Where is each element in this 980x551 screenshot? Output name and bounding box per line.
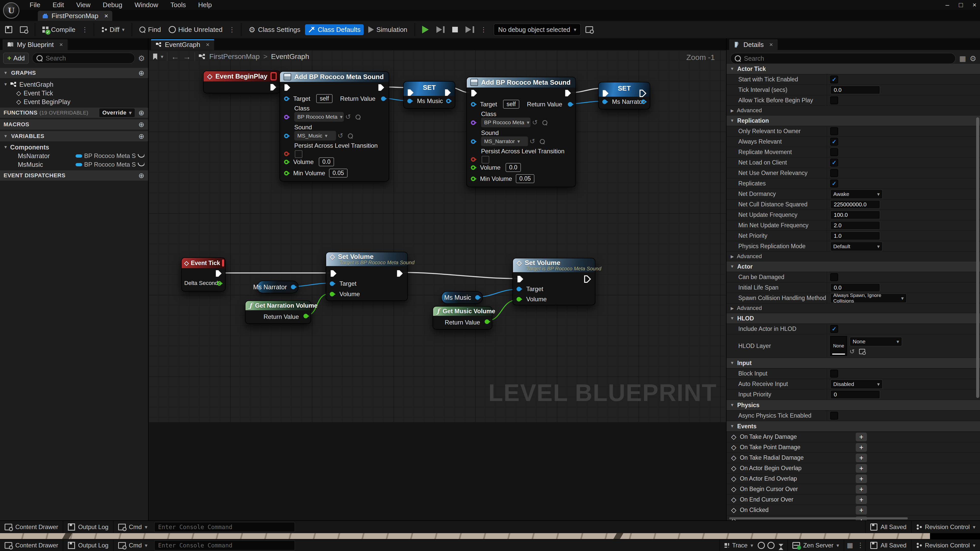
min-volume-pin[interactable]: [284, 171, 289, 176]
add-button[interactable]: + Add: [3, 52, 29, 64]
category-actor[interactable]: ▼Actor: [727, 262, 980, 272]
compile-options-icon[interactable]: ⋮: [80, 26, 89, 34]
minimize-button[interactable]: –: [945, 1, 949, 9]
frame-skip-button[interactable]: [433, 25, 448, 35]
eject-button[interactable]: [463, 25, 477, 35]
checkbox[interactable]: ✓: [830, 325, 838, 333]
category-input[interactable]: ▼Input: [727, 358, 980, 368]
target-value[interactable]: self: [503, 100, 519, 109]
graph-canvas[interactable]: ▾ ← → FirstPersonMap > EventGraph Zoom -…: [148, 50, 726, 422]
asset-tab-firstpersonmap[interactable]: FirstPersonMap ×: [38, 11, 112, 21]
browse-asset-icon[interactable]: [542, 120, 547, 125]
persist-pin[interactable]: [471, 157, 476, 162]
use-selected-icon[interactable]: ↺: [850, 348, 855, 355]
add-event-button[interactable]: +: [856, 454, 867, 462]
menu-tools[interactable]: Tools: [165, 0, 191, 10]
class-dropdown[interactable]: BP Rococo Meta▾: [294, 112, 344, 122]
exec-in-pin[interactable]: [283, 83, 292, 92]
tree-item-eventgraph[interactable]: ▼ EventGraph: [0, 80, 148, 89]
value-out-pin[interactable]: [291, 285, 296, 289]
revision-control-dropdown[interactable]: Revision Control▾: [912, 540, 980, 551]
exec-out-pin[interactable]: [638, 89, 647, 98]
target-value[interactable]: self: [316, 94, 332, 103]
exec-in-pin[interactable]: [516, 275, 525, 283]
checkbox[interactable]: [830, 273, 838, 281]
tab-details[interactable]: Details ×: [729, 39, 778, 50]
event-dispatchers-header[interactable]: EVENT DISPATCHERS ⊕: [0, 170, 148, 181]
tab-close-icon[interactable]: ×: [59, 41, 63, 48]
override-dropdown[interactable]: Override▾: [99, 108, 135, 118]
node-event-beginplay[interactable]: ◇ Event BeginPlay: [203, 71, 281, 94]
my-blueprint-search-input[interactable]: Search: [32, 52, 135, 64]
variables-header[interactable]: ▼ VARIABLES ⊕: [0, 131, 148, 141]
output-log-button[interactable]: Output Log: [63, 521, 113, 533]
min-volume-pin[interactable]: [471, 176, 476, 181]
tree-item-event-beginplay[interactable]: ◇Event BeginPlay: [0, 97, 148, 106]
sound-dropdown[interactable]: MS_Narrator▾: [481, 137, 528, 146]
exec-out-pin[interactable]: [377, 83, 386, 92]
class-pin[interactable]: [471, 121, 476, 125]
persist-pin[interactable]: [284, 151, 289, 156]
value-field[interactable]: 225000000.0: [830, 200, 880, 209]
exec-in-pin[interactable]: [406, 88, 415, 97]
browse-asset-icon[interactable]: [540, 139, 545, 144]
eye-closed-icon[interactable]: [138, 163, 145, 166]
value-field[interactable]: 0.0: [830, 283, 880, 292]
menu-file[interactable]: File: [24, 0, 45, 10]
browse-asset-icon[interactable]: [348, 133, 353, 138]
add-variable-icon[interactable]: ⊕: [138, 132, 145, 141]
exec-out-pin[interactable]: [444, 88, 452, 97]
return-value-pin[interactable]: [485, 319, 489, 324]
use-selected-icon[interactable]: ↺: [338, 132, 343, 140]
checkbox[interactable]: ✓: [830, 179, 838, 187]
checkbox[interactable]: [830, 97, 838, 104]
node-event-tick[interactable]: ◇ Event Tick Delta Seconds: [181, 257, 226, 292]
exec-in-pin[interactable]: [601, 89, 610, 98]
exec-out-pin[interactable]: [564, 89, 573, 97]
return-value-pin[interactable]: [381, 97, 386, 101]
category-actor-tick[interactable]: ▼Actor Tick: [727, 64, 980, 75]
tree-item-event-tick[interactable]: ◇Event Tick: [0, 89, 148, 97]
category-replication[interactable]: ▼Replication: [727, 116, 980, 126]
details-settings-gear-icon[interactable]: ⚙: [969, 54, 977, 63]
compile-button[interactable]: ✓ Compile: [39, 24, 78, 35]
category-events[interactable]: ▼Events: [727, 421, 980, 432]
node-add-bp-rococo-meta-sound-music[interactable]: Add BP Rococo Meta Sound Target self Ret…: [280, 71, 389, 182]
checkbox[interactable]: [830, 169, 838, 177]
content-drawer-button[interactable]: Content Drawer: [0, 521, 63, 533]
add-function-icon[interactable]: ⊕: [138, 109, 145, 117]
menu-window[interactable]: Window: [129, 0, 163, 10]
checkbox[interactable]: [830, 127, 838, 135]
hlod-layer-dropdown[interactable]: None▾: [850, 337, 902, 346]
simulation-button[interactable]: Simulation: [365, 24, 410, 35]
add-event-button[interactable]: +: [856, 475, 867, 483]
min-volume-value[interactable]: 0.05: [329, 168, 348, 178]
target-pin[interactable]: [330, 281, 334, 286]
exec-out-pin[interactable]: [269, 83, 278, 92]
menu-edit[interactable]: Edit: [48, 0, 69, 10]
exec-out-pin[interactable]: [583, 275, 592, 283]
tab-eventgraph[interactable]: EventGraph ×: [151, 39, 214, 50]
checkbox[interactable]: ✓: [830, 76, 838, 83]
tab-close-icon[interactable]: ×: [206, 41, 210, 48]
volume-value[interactable]: 0.0: [506, 163, 521, 172]
target-pin[interactable]: [284, 97, 289, 101]
exec-in-pin[interactable]: [329, 269, 338, 278]
use-selected-icon[interactable]: ↺: [532, 119, 538, 127]
all-saved-button[interactable]: All Saved: [865, 521, 911, 533]
sound-pin[interactable]: [284, 134, 289, 138]
node-set-ms-music[interactable]: SET Ms Music: [403, 81, 455, 109]
maximize-button[interactable]: □: [959, 1, 963, 9]
display-filter-icon[interactable]: ▦: [959, 54, 966, 63]
diff-button[interactable]: Diff▾: [98, 24, 127, 35]
play-button[interactable]: [419, 24, 432, 35]
add-event-button[interactable]: +: [856, 485, 867, 494]
class-settings-button[interactable]: ⚙ Class Settings: [245, 24, 304, 36]
details-vertical-scrollbar[interactable]: [976, 118, 979, 398]
volume-pin[interactable]: [284, 160, 289, 164]
advanced-expander[interactable]: ▶Advanced: [727, 106, 980, 116]
class-pin[interactable]: [284, 115, 289, 119]
add-event-button[interactable]: +: [856, 433, 867, 441]
add-event-button[interactable]: +: [856, 464, 867, 473]
find-button[interactable]: Find: [136, 24, 164, 35]
